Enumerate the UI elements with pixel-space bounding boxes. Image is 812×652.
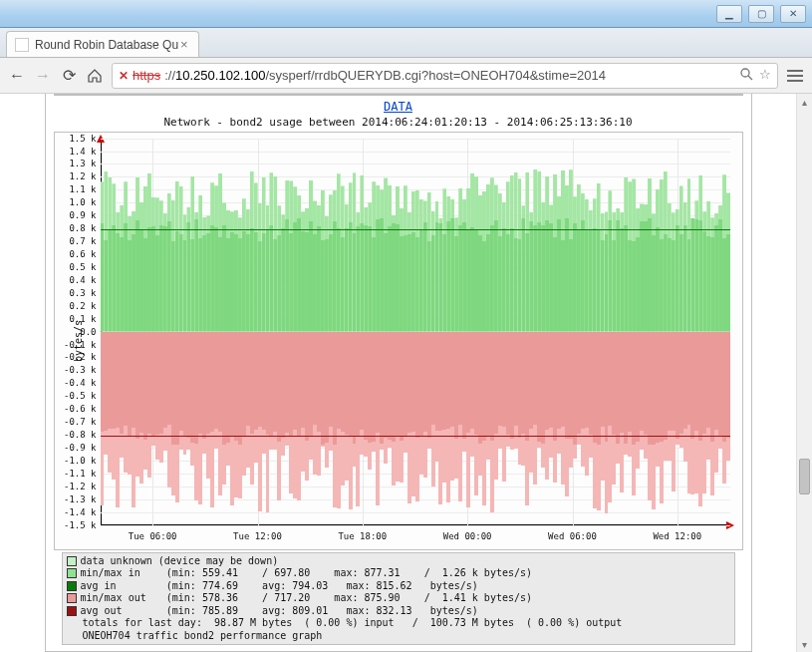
chart-plot-area: bytes/s 1.5 k1.4 k1.3 k1.2 k1.1 k1.0 k0.… [54, 132, 743, 550]
y-tick-label: -1.0 k [59, 456, 97, 466]
legend-unknown: data unknown (device may be down) [67, 555, 730, 568]
legend-swatch-minmax-out [67, 593, 77, 603]
y-tick-label: -0.6 k [59, 404, 97, 414]
vertical-scrollbar[interactable]: ▴ ▾ [796, 94, 812, 652]
window-maximize-button[interactable]: ▢ [748, 5, 774, 23]
y-tick-label: -1.5 k [59, 520, 97, 530]
x-axis [101, 524, 730, 525]
forward-button[interactable]: → [34, 67, 52, 85]
y-tick-label: -1.4 k [59, 507, 97, 517]
y-tick-label: 1.2 k [59, 171, 97, 181]
y-tick-label: 1.4 k [59, 147, 97, 157]
y-tick-label: 1.0 k [59, 197, 97, 207]
legend-swatch-unknown [67, 556, 77, 566]
browser-tab[interactable]: Round Robin Database Qu × [6, 31, 199, 57]
y-tick-label: -0.9 k [59, 443, 97, 453]
y-tick-label: -0.7 k [59, 417, 97, 427]
tab-close-button[interactable]: × [178, 37, 190, 52]
legend-minmax-out: min/max out (min: 578.36 / 717.20 max: 8… [67, 592, 730, 605]
legend-swatch-avg-out [67, 606, 77, 616]
y-tick-label: 0.4 k [59, 275, 97, 285]
browser-toolbar: ← → ⟳ ✕ https ://10.250.102.100/sysperf/… [0, 58, 812, 94]
back-button[interactable]: ← [8, 67, 26, 85]
y-tick-label: 0.9 k [59, 210, 97, 220]
page-icon [15, 38, 29, 52]
svg-point-0 [741, 69, 749, 77]
x-axis-arrow-icon [726, 521, 734, 529]
home-button[interactable] [86, 67, 104, 85]
content-section: DATA Network - bond2 usage between 2014:… [45, 94, 752, 652]
y-tick-label: -0.8 k [59, 430, 97, 440]
y-tick-label: 0.7 k [59, 236, 97, 246]
y-tick-label: -0.2 k [59, 352, 97, 362]
url-text: ://10.250.102.100/sysperf/rrdbQUERYDB.cg… [164, 68, 606, 83]
y-tick-label: -0.4 k [59, 378, 97, 388]
browser-menu-button[interactable] [786, 67, 804, 85]
chart-plot: 1.5 k1.4 k1.3 k1.2 k1.1 k1.0 k0.9 k0.8 k… [101, 139, 730, 525]
x-tick-label: Tue 18:00 [338, 531, 387, 541]
legend-footer: ONEOH704 traffic bond2 performance graph [67, 630, 730, 643]
data-link[interactable]: DATA [46, 100, 751, 114]
x-tick-label: Wed 00:00 [443, 531, 492, 541]
legend-totals: totals for last day: 98.87 M bytes ( 0.0… [67, 617, 730, 630]
y-tick-label: -1.2 k [59, 482, 97, 491]
window-minimize-button[interactable]: ▁ [716, 5, 742, 23]
y-tick-label: 1.3 k [59, 159, 97, 168]
y-tick-label: 0.0 [59, 327, 97, 337]
y-tick-label: 0.3 k [59, 288, 97, 298]
y-tick-label: 0.2 k [59, 301, 97, 311]
svg-line-1 [748, 76, 752, 80]
chart-legend: data unknown (device may be down) min/ma… [62, 552, 735, 646]
legend-avg-in: avg in (min: 774.69 avg: 794.03 max: 815… [67, 580, 730, 593]
chart-container: Network - bond2 usage between 2014:06:24… [54, 116, 743, 645]
legend-minmax-in: min/max in (min: 559.41 / 697.80 max: 87… [67, 567, 730, 580]
url-scheme: https [133, 68, 160, 83]
divider [54, 94, 743, 96]
y-tick-label: 0.6 k [59, 249, 97, 259]
legend-avg-out: avg out (min: 785.89 avg: 809.01 max: 83… [67, 605, 730, 618]
y-tick-label: 1.5 k [59, 134, 97, 144]
y-tick-label: 1.1 k [59, 184, 97, 194]
tab-title: Round Robin Database Qu [35, 38, 178, 52]
y-tick-label: -0.3 k [59, 365, 97, 375]
scroll-thumb[interactable] [799, 459, 810, 494]
x-tick-label: Wed 12:00 [653, 531, 701, 541]
legend-swatch-minmax-in [67, 568, 77, 578]
y-tick-label: 0.1 k [59, 314, 97, 324]
y-tick-label: -1.3 k [59, 494, 97, 504]
browser-tabs-bar: Round Robin Database Qu × [0, 28, 812, 58]
y-tick-label: -1.1 k [59, 469, 97, 479]
x-tick-label: Tue 12:00 [233, 531, 282, 541]
address-bar[interactable]: ✕ https ://10.250.102.100/sysperf/rrdbQU… [112, 63, 778, 89]
y-tick-label: 0.8 k [59, 223, 97, 233]
reload-button[interactable]: ⟳ [60, 67, 78, 85]
scroll-down-arrow-icon[interactable]: ▾ [797, 636, 812, 652]
y-tick-label: -0.5 k [59, 391, 97, 401]
x-tick-label: Tue 06:00 [129, 531, 177, 541]
y-axis-arrow-icon [97, 135, 105, 143]
x-tick-label: Wed 06:00 [548, 531, 597, 541]
page-viewport: DATA Network - bond2 usage between 2014:… [0, 94, 812, 652]
search-in-page-icon[interactable] [739, 67, 753, 84]
scroll-up-arrow-icon[interactable]: ▴ [797, 94, 812, 110]
window-close-button[interactable]: ✕ [780, 5, 806, 23]
window-titlebar: ▁ ▢ ✕ [0, 0, 812, 28]
chart-title: Network - bond2 usage between 2014:06:24… [54, 116, 743, 129]
bookmark-star-icon[interactable]: ☆ [759, 67, 771, 84]
ssl-warning-icon: ✕ [119, 69, 129, 83]
y-tick-label: 0.5 k [59, 262, 97, 272]
legend-swatch-avg-in [67, 581, 77, 591]
y-tick-label: -0.1 k [59, 340, 97, 350]
